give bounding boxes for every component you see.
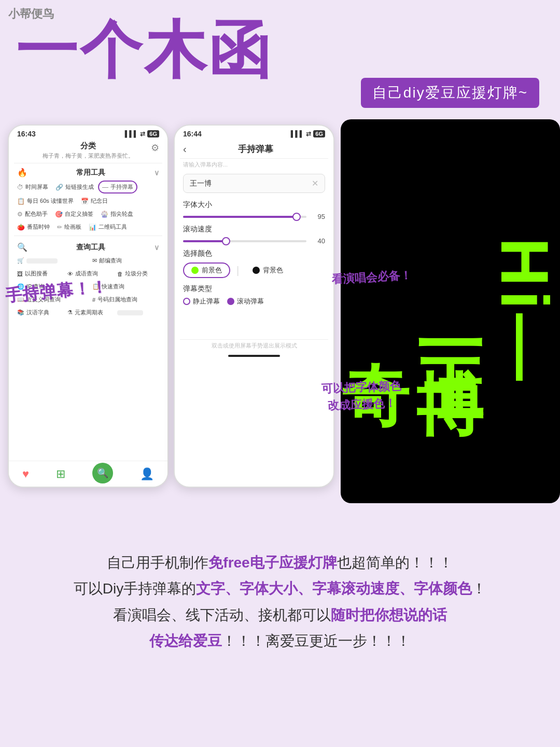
draw-icon: ✏ [57,224,62,231]
tool-dict[interactable]: 📚 汉语字典 [14,308,62,317]
user-icon[interactable]: 👤 [140,467,154,481]
mail-icon: ✉ [92,257,97,264]
calendar-icon: 📅 [81,198,89,205]
tool-danmu-label: 手持弹幕 [110,183,133,191]
tool-timemask[interactable]: ⏱ 时间屏幕 [14,181,51,193]
tool-extra[interactable] [114,309,162,316]
search-fab[interactable]: 🔍 [92,463,113,483]
scroll-speed-thumb[interactable] [222,237,230,245]
clock-icon: ⏱ [17,184,23,191]
p2-clear-button[interactable]: ✕ [312,178,318,188]
tool-color-label: 配色助手 [25,210,48,218]
section1-title: 常用工具 [76,168,105,177]
led-display-text: Hi—王一博奇 [341,238,560,385]
category-sub: 梅子青，梅子黄，茉肥麦熟养蚕忙。 [17,152,159,160]
bottom-text-section: 自己用手机制作免free电子应援灯牌也超简单的！！！ 可以Diy手持弹幕的文字、… [0,534,560,670]
highlight-convey: 传达给爱豆 [149,633,222,649]
back-button[interactable]: ‹ [183,143,187,155]
tool-garbage[interactable]: 🗑 垃圾分类 [114,269,162,279]
tool-imgsearch-label: 以图搜番 [25,270,48,278]
tool-tomato[interactable]: 🍅 番茄时钟 [14,222,53,232]
background-label: 背景色 [263,266,283,275]
section2-title: 查询工具 [76,243,105,252]
wheel-icon: 🎡 [101,211,108,218]
tool-qr[interactable]: 📊 二维码工具 [86,222,130,232]
tool-anniversary[interactable]: 📅 纪念日 [78,196,111,206]
phone-mock-2: 16:44 ▌▌▌ ⇄ 6G ‹ 手持弹幕 请输入弹幕内容... 王一博 ✕ 字… [174,125,334,488]
foreground-color-btn[interactable]: 前景色 [183,262,230,278]
gear-icon[interactable]: ⚙ [151,142,159,154]
time-2: 16:44 [183,130,202,138]
font-size-slider-row: 95 [175,211,333,222]
tool-draw[interactable]: ✏ 绘画板 [54,222,85,232]
phone-mock-1: 16:43 ▌▌▌ ⇄ 6G 分类 梅子青，梅子黄，茉肥麦熟养蚕忙。 ⚙ 🔥 常… [8,125,169,488]
tool-daily60[interactable]: 📋 每日 60s 读懂世界 [14,196,77,206]
p2-title: 手持弹幕 [187,143,325,155]
type-scroll[interactable]: 滚动弹幕 [227,297,264,306]
category-header: 分类 梅子青，梅子黄，茉肥麦熟养蚕忙。 ⚙ [9,140,167,163]
radio-static[interactable] [183,298,190,305]
tool-wheel[interactable]: 🎡 指尖轮盘 [97,209,136,219]
tool-elements[interactable]: ⚗ 元素周期表 [64,308,113,317]
custom-icon: 🎯 [55,211,63,218]
qr-icon: 📊 [89,224,96,231]
p2-input[interactable]: 王一博 ✕ [183,174,325,193]
bottom-line3: 看演唱会、线下活动、接机都可以随时把你想说的话 [31,602,529,628]
tool-postcode[interactable]: ✉ 邮编查询 [89,256,162,266]
highlight-free: 免free电子应援灯牌 [208,555,337,571]
font-size-track[interactable] [183,216,306,218]
link-icon: 🔗 [55,184,63,191]
status-bar-2: 16:44 ▌▌▌ ⇄ 6G [175,126,333,140]
tool-anniversary-label: 纪念日 [91,197,108,205]
radio-scroll[interactable] [227,298,234,305]
tool-timemask-label: 时间屏幕 [25,183,48,191]
tool-danmu[interactable]: — 手持弹幕 [98,181,137,193]
highlight-anytime: 随时把你想说的话 [331,607,447,623]
tool-imgsearch[interactable]: 🖼 以图搜番 [14,269,62,279]
tool-custom[interactable]: 🎯 自定义抽签 [52,209,96,219]
signal-bars-icon-2: ▌▌▌ [291,130,304,137]
search-icon-small: 🔍 [17,242,27,252]
color-sep: | [236,265,239,276]
tool-wheel-label: 指尖轮盘 [110,210,133,218]
scroll-speed-track[interactable] [183,240,306,242]
tools-row2: 📋 每日 60s 读懂世界 📅 纪念日 [9,195,167,208]
status-bar-1: 16:43 ▌▌▌ ⇄ 6G [9,126,167,140]
led-panel: Hi—王一博奇 [341,119,560,503]
screenshots-area: 16:43 ▌▌▌ ⇄ 6G 分类 梅子青，梅子黄，茉肥麦熟养蚕忙。 ⚙ 🔥 常… [0,119,560,514]
scroll-speed-fill [183,240,226,242]
bottom-line4: 传达给爱豆！！！离爱豆更近一步！！！ [31,628,529,654]
status-icons-2: ▌▌▌ ⇄ 6G [291,130,325,137]
tool-tomato-label: 番茄时钟 [27,223,50,231]
color-dot-black [253,267,260,274]
tool-cart[interactable]: 🛒 [14,256,87,265]
type-static[interactable]: 静止弹幕 [183,297,220,306]
type-label: 弹幕类型 [175,281,333,295]
idiom-icon: 👁 [67,271,73,277]
tomato-icon: 🍅 [17,224,25,231]
tool-qr-label: 二维码工具 [99,223,127,231]
query-row1: 🛒 ✉ 邮编查询 [9,254,167,267]
font-size-thumb[interactable] [292,213,301,221]
wifi-icon-2: ⇄ [306,130,311,137]
signal-bars-icon: ▌▌▌ [125,130,138,137]
type-scroll-label: 滚动弹幕 [237,297,264,306]
tool-draw-label: 绘画板 [64,223,81,231]
dict-icon: 📚 [17,309,24,316]
chevron-down-icon[interactable]: ∨ [154,169,159,177]
bottom-line2: 可以Diy手持弹幕的文字、字体大小、字幕滚动速度、字体颜色！ [31,576,529,602]
tool-daily60-label: 每日 60s 读懂世界 [27,197,74,205]
heart-icon[interactable]: ♥ [22,467,29,481]
tool-color[interactable]: ⚙ 配色助手 [14,209,51,219]
font-size-value: 95 [311,213,325,220]
chevron-down-icon-2[interactable]: ∨ [154,243,159,252]
status-icons-1: ▌▌▌ ⇄ 6G [125,130,159,137]
background-color-btn[interactable]: 背景色 [245,264,290,277]
tool-shortlink[interactable]: 🔗 短链接生成 [52,181,97,193]
color-label: 选择颜色 [175,246,333,259]
grid-icon[interactable]: ⊞ [56,467,65,481]
network-badge-1: 6G [147,130,159,137]
font-size-label: 字体大小 [175,197,333,211]
tool-shortlink-label: 短链接生成 [65,183,94,191]
tool-garbage-label: 垃圾分类 [125,270,148,278]
